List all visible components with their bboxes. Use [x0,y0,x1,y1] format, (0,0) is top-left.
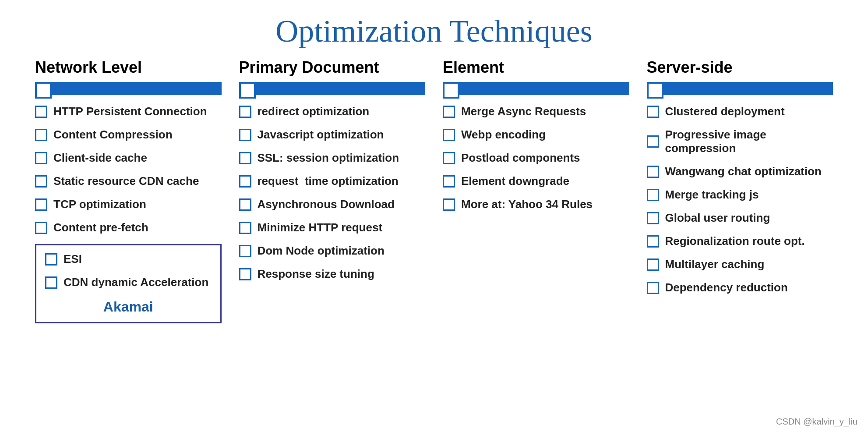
list-item[interactable]: Postload components [443,151,629,165]
checkbox[interactable] [443,152,455,164]
list-item[interactable]: Minimize HTTP request [239,221,426,234]
checkbox[interactable] [239,245,251,257]
item-label: request_time optimization [258,174,399,188]
checkbox[interactable] [239,175,251,188]
item-label: TCP optimization [53,198,146,211]
list-item[interactable]: SSL: session optimization [239,151,426,165]
list-item[interactable]: request_time optimization [239,174,426,188]
list-item[interactable]: Global user routing [647,211,833,225]
item-label: Progressive image compression [665,128,833,155]
item-label: Wangwang chat optimization [665,165,822,178]
list-item[interactable]: redirect optimization [239,105,426,118]
checkbox[interactable] [35,129,47,141]
checkbox[interactable] [647,212,659,224]
checkbox[interactable] [239,268,251,280]
list-item[interactable]: Wangwang chat optimization [647,165,833,178]
list-item[interactable]: Progressive image compression [647,128,833,155]
checkbox[interactable] [45,276,57,289]
item-label: More at: Yahoo 34 Rules [461,198,593,211]
page-title: Optimization Techniques [0,0,868,58]
list-item[interactable]: Response size tuning [239,267,426,281]
column-bar-network-level [35,82,222,95]
checkbox[interactable] [443,129,455,141]
item-label: Regionalization route opt. [665,234,805,248]
checkbox[interactable] [239,129,251,141]
list-item[interactable]: Content pre-fetch [35,221,222,234]
list-item[interactable]: Clustered deployment [647,105,833,118]
checkbox[interactable] [647,258,659,271]
item-label: Element downgrade [461,174,569,188]
checkbox[interactable] [239,106,251,118]
list-item[interactable]: Javascript optimization [239,128,426,142]
checkbox[interactable] [443,198,455,211]
column-network-level: Network LevelHTTP Persistent ConnectionC… [26,58,230,323]
column-primary-document: Primary Documentredirect optimizationJav… [230,58,434,323]
list-item[interactable]: Static resource CDN cache [35,174,222,188]
checkbox[interactable] [647,235,659,248]
checkbox[interactable] [647,189,659,201]
item-label: Postload components [461,151,580,165]
list-item[interactable]: Multilayer caching [647,258,833,271]
item-label: Asynchronous Download [258,198,395,211]
list-item[interactable]: Webp encoding [443,128,629,142]
esi-akamai-box: ESICDN dynamic AccelerationAkamai [35,244,222,323]
item-label: Client-side cache [53,151,147,165]
checkbox[interactable] [35,222,47,234]
list-item[interactable]: Merge tracking js [647,188,833,202]
checkbox[interactable] [239,198,251,211]
item-label: redirect optimization [258,105,370,118]
item-label: Clustered deployment [665,105,785,118]
item-label: Dom Node optimization [258,244,385,258]
checkbox[interactable] [45,253,57,266]
column-header-primary-document: Primary Document [239,58,426,77]
item-label: Javascript optimization [258,128,384,142]
list-item[interactable]: Client-side cache [35,151,222,165]
item-label: Webp encoding [461,128,546,142]
checkbox[interactable] [239,222,251,234]
list-item[interactable]: TCP optimization [35,198,222,211]
list-item[interactable]: More at: Yahoo 34 Rules [443,198,629,211]
column-element: ElementMerge Async RequestsWebp encoding… [434,58,638,323]
columns-wrapper: Network LevelHTTP Persistent ConnectionC… [0,58,868,323]
item-label: Minimize HTTP request [258,221,383,234]
item-label: Static resource CDN cache [53,174,199,188]
item-label: Response size tuning [258,267,374,281]
list-item[interactable]: HTTP Persistent Connection [35,105,222,118]
list-item[interactable]: Element downgrade [443,174,629,188]
checkbox[interactable] [35,175,47,188]
checkbox[interactable] [35,106,47,118]
item-label: Merge tracking js [665,188,759,202]
column-server-side: Server-sideClustered deploymentProgressi… [638,58,842,323]
column-bar-primary-document [239,82,426,95]
list-item[interactable]: Dom Node optimization [239,244,426,258]
item-label: Content Compression [53,128,173,142]
checkbox[interactable] [35,198,47,211]
list-item[interactable]: Regionalization route opt. [647,234,833,248]
list-item[interactable]: Dependency reduction [647,281,833,294]
column-bar-element [443,82,629,95]
column-header-element: Element [443,58,629,77]
column-header-network-level: Network Level [35,58,222,77]
item-label: SSL: session optimization [258,151,399,165]
list-item[interactable]: Merge Async Requests [443,105,629,118]
checkbox[interactable] [443,106,455,118]
checkbox[interactable] [647,106,659,118]
list-item[interactable]: Content Compression [35,128,222,142]
checkbox[interactable] [443,175,455,188]
checkbox[interactable] [647,135,659,148]
list-item[interactable]: ESI [45,252,212,266]
item-label: Dependency reduction [665,281,788,294]
checkbox[interactable] [35,152,47,164]
akamai-label: Akamai [45,299,212,315]
list-item[interactable]: CDN dynamic Acceleration [45,276,212,289]
item-label: Content pre-fetch [53,221,148,234]
item-label: Multilayer caching [665,258,765,271]
item-label: HTTP Persistent Connection [53,105,207,118]
checkbox[interactable] [647,166,659,178]
item-label: Merge Async Requests [461,105,586,118]
column-header-server-side: Server-side [647,58,833,77]
item-label: Global user routing [665,211,770,225]
list-item[interactable]: Asynchronous Download [239,198,426,211]
checkbox[interactable] [239,152,251,164]
checkbox[interactable] [647,282,659,294]
